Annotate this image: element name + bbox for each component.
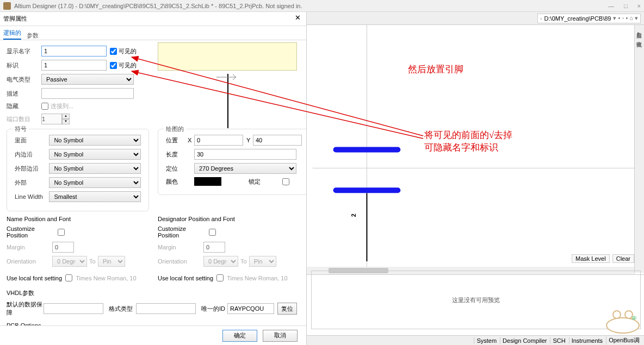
window-titlebar: Altium Designer (17.0) - D:\0MY_creating… — [0, 0, 644, 12]
length-input[interactable] — [194, 149, 296, 160]
connect-to-label: 连接到... — [51, 102, 73, 110]
designator-visible-checkbox[interactable] — [110, 62, 117, 69]
desig-orient-select: 0 Degrees — [203, 256, 238, 267]
status-design-compiler[interactable]: Design Compiler — [500, 337, 549, 344]
display-name-input[interactable] — [41, 46, 107, 57]
name-orient-select: 0 Degrees — [52, 256, 87, 267]
display-name-visible-checkbox[interactable] — [110, 48, 117, 55]
tab-parameters[interactable]: 参数 — [27, 32, 39, 40]
label-designator: 标识 — [7, 61, 41, 70]
path-breadcrumb[interactable]: ◦ D:\0MY_creating\PCB\89 ▾ • ◦ • ⌂ ▾ — [537, 14, 641, 23]
electrical-type-select[interactable]: Passive — [41, 74, 134, 85]
svg-text:中: 中 — [633, 314, 639, 321]
assistant-bunny-icon[interactable]: 中 — [603, 309, 643, 334]
unique-id-input[interactable] — [227, 303, 274, 314]
close-window-button[interactable]: × — [637, 3, 641, 9]
label-electrical-type: 电气类型 — [7, 76, 41, 84]
schematic-canvas[interactable]: 2 — [307, 25, 644, 275]
desig-margin-input — [203, 242, 225, 253]
name-customize-checkbox[interactable] — [58, 229, 65, 236]
description-input[interactable] — [41, 88, 134, 99]
status-instruments[interactable]: Instruments — [569, 337, 605, 344]
orientation-select[interactable]: 270 Degrees — [194, 163, 296, 174]
default-data-input[interactable] — [44, 303, 103, 314]
outside-edge-select[interactable]: No Symbol — [49, 163, 141, 174]
dialog-title: 管脚属性 — [3, 15, 27, 23]
designator-input[interactable] — [41, 60, 107, 71]
desig-pos-title: Designator Position and Font — [158, 216, 235, 222]
label-port-count: 端口数目 — [7, 115, 41, 123]
port-count-stepper[interactable]: ▲▼ — [41, 114, 70, 124]
name-font-checkbox[interactable] — [65, 274, 72, 281]
desig-to-select: Pin — [249, 256, 276, 267]
mask-level-button[interactable]: Mask Level — [572, 254, 610, 263]
vhdl-title: VHDL参数 — [7, 290, 34, 296]
maximize-button[interactable]: □ — [624, 3, 628, 9]
desig-font-checkbox[interactable] — [216, 274, 224, 281]
window-title: Altium Designer (17.0) - D:\0MY_creating… — [14, 3, 302, 9]
app-logo-icon — [3, 2, 11, 10]
dialog-close-button[interactable]: ✕ — [293, 14, 302, 23]
svg-point-10 — [625, 311, 633, 318]
symbols-group-title: 符号 — [13, 125, 29, 133]
pin-preview — [158, 42, 298, 129]
label-display-name: 显示名字 — [7, 47, 41, 55]
label-description: 描述 — [7, 90, 41, 98]
format-type-input[interactable] — [136, 303, 196, 314]
pos-y-input[interactable] — [253, 135, 302, 146]
status-openbus[interactable]: OpenBus调 — [606, 336, 642, 344]
locked-checkbox[interactable] — [282, 178, 289, 185]
cancel-button[interactable]: 取消 — [263, 330, 298, 342]
pos-x-input[interactable] — [194, 135, 243, 146]
svg-rect-4 — [333, 187, 401, 193]
library-preview-panel: 这里没有可用预览 — [311, 271, 641, 329]
color-swatch[interactable] — [194, 177, 221, 186]
inside-edge-select[interactable]: No Symbol — [49, 149, 141, 160]
pin-properties-dialog: 管脚属性 ✕ 逻辑的 参数 显示名字 可见的 标识 可见的 — [0, 12, 307, 345]
tab-logic[interactable]: 逻辑的 — [3, 29, 21, 40]
line-width-select[interactable]: Smallest — [49, 191, 141, 202]
reset-button[interactable]: 复位 — [277, 303, 297, 315]
svg-point-9 — [613, 311, 621, 318]
minimize-button[interactable]: — — [608, 3, 614, 9]
pin-2-label: 2 — [350, 214, 357, 217]
name-pos-title: Name Position and Font — [7, 216, 71, 222]
label-hide: 隐藏 — [7, 102, 41, 110]
graphical-group-title: 绘图的 — [164, 125, 186, 133]
ok-button[interactable]: 确定 — [222, 330, 257, 342]
right-rail[interactable]: 剪贴板 ▸ 收藏夹 — [634, 25, 644, 273]
inside-select[interactable]: No Symbol — [49, 135, 141, 146]
status-bar: System Design Compiler SCH Instruments O… — [307, 335, 644, 345]
name-margin-input — [52, 242, 74, 253]
status-system[interactable]: System — [474, 337, 499, 344]
status-sch[interactable]: SCH — [550, 337, 567, 344]
svg-rect-3 — [333, 147, 401, 153]
outside-select[interactable]: No Symbol — [49, 177, 141, 188]
clear-button[interactable]: Clear — [612, 254, 634, 263]
name-to-select: Pin — [98, 256, 125, 267]
desig-customize-checkbox[interactable] — [209, 229, 216, 236]
hide-checkbox[interactable] — [41, 103, 48, 110]
